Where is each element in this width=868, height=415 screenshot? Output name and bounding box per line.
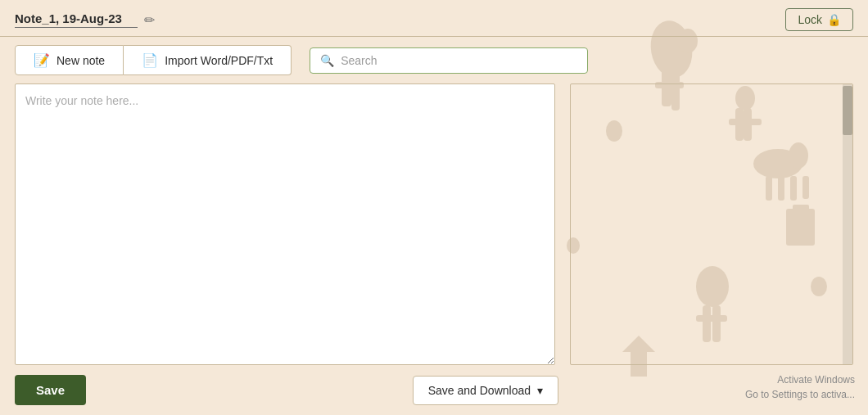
- note-editor-panel: [15, 83, 555, 365]
- note-textarea[interactable]: [15, 83, 555, 365]
- activate-windows-watermark: Activate Windows Go to Settings to activ…: [745, 372, 855, 402]
- toolbar-row: 📝 New note 📄 Import Word/PDF/Txt 🔍: [0, 37, 868, 83]
- right-panel: [570, 83, 853, 365]
- scrollbar[interactable]: [843, 84, 852, 364]
- search-input-wrapper: 🔍: [310, 47, 588, 74]
- main-container: Note_1, 19-Aug-23 ✏ Lock 🔒 📝 New note 📄 …: [0, 0, 868, 415]
- header-row: Note_1, 19-Aug-23 ✏ Lock 🔒: [0, 0, 868, 37]
- save-download-label: Save and Download: [428, 384, 531, 397]
- edit-icon[interactable]: ✏: [144, 12, 155, 28]
- chevron-down-icon: ▾: [537, 384, 543, 397]
- new-note-icon: 📝: [34, 52, 50, 68]
- activate-line1: Activate Windows: [745, 372, 855, 387]
- import-label: Import Word/PDF/Txt: [165, 54, 273, 67]
- new-note-button[interactable]: 📝 New note: [15, 45, 124, 75]
- lock-label: Lock: [798, 13, 822, 26]
- import-icon: 📄: [142, 52, 158, 68]
- save-button[interactable]: Save: [15, 375, 86, 405]
- lock-button[interactable]: Lock 🔒: [785, 8, 853, 31]
- search-container: 🔍: [310, 47, 588, 74]
- save-download-button[interactable]: Save and Download ▾: [413, 376, 558, 405]
- activate-line2: Go to Settings to activa...: [745, 387, 855, 402]
- search-icon: 🔍: [320, 54, 334, 67]
- scrollbar-thumb[interactable]: [843, 86, 852, 135]
- note-title: Note_1, 19-Aug-23: [15, 11, 138, 28]
- content-area: [0, 83, 868, 365]
- header-left: Note_1, 19-Aug-23 ✏: [15, 11, 155, 28]
- new-note-label: New note: [57, 54, 105, 67]
- search-input[interactable]: [341, 54, 577, 67]
- import-button[interactable]: 📄 Import Word/PDF/Txt: [124, 45, 292, 75]
- footer-row: Save Save and Download ▾: [0, 365, 868, 415]
- lock-icon: 🔒: [827, 13, 841, 26]
- save-label: Save: [36, 383, 65, 397]
